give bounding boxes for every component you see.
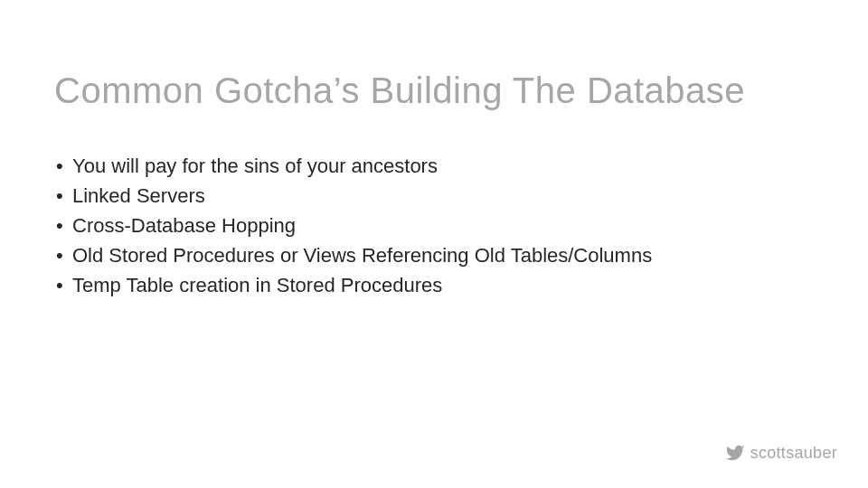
list-item: Old Stored Procedures or Views Referenci… [54,240,814,270]
list-item: Cross-Database Hopping [54,211,814,240]
twitter-icon [725,443,745,463]
footer: scottsauber [725,443,837,463]
list-item: Temp Table creation in Stored Procedures [54,270,814,300]
slide-title: Common Gotcha’s Building The Database [54,70,814,111]
list-item: You will pay for the sins of your ancest… [54,151,814,181]
list-item: Linked Servers [54,181,814,211]
twitter-handle: scottsauber [750,444,837,463]
slide: Common Gotcha’s Building The Database Yo… [0,0,868,488]
bullet-list: You will pay for the sins of your ancest… [54,151,814,300]
